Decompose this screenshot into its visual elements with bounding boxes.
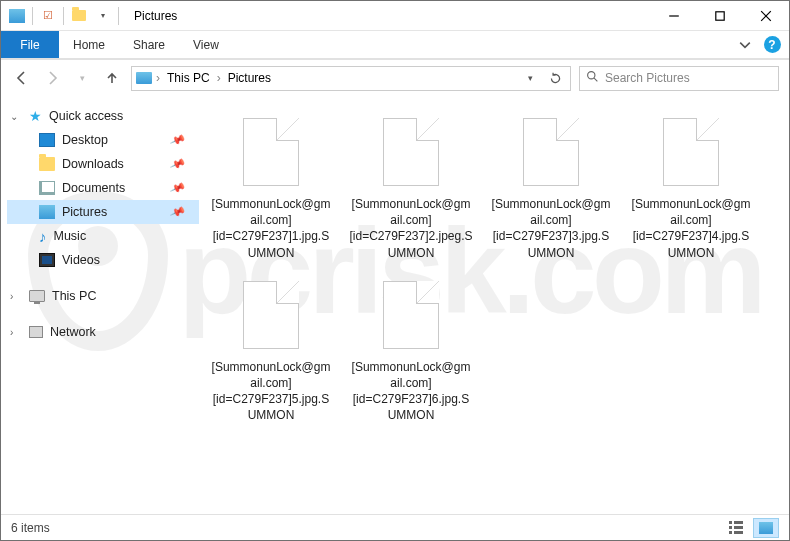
music-icon: ♪	[39, 228, 47, 245]
pin-icon: 📌	[169, 131, 187, 148]
file-item[interactable]: [SummonunLock@gmail.com][id=C279F237]4.j…	[625, 104, 757, 263]
search-icon	[586, 70, 599, 86]
tab-home[interactable]: Home	[59, 31, 119, 58]
file-thumbnail	[655, 112, 727, 192]
address-row: ▾ › This PC › Pictures ▾ Search Pictures	[1, 60, 789, 96]
view-details-button[interactable]	[723, 518, 749, 538]
nav-videos[interactable]: Videos	[7, 248, 199, 272]
file-item[interactable]: [SummonunLock@gmail.com][id=C279F237]2.j…	[345, 104, 477, 263]
pictures-icon	[39, 205, 55, 219]
nav-music[interactable]: ♪ Music	[7, 224, 199, 248]
file-item[interactable]: [SummonunLock@gmail.com][id=C279F237]1.j…	[205, 104, 337, 263]
close-button[interactable]	[743, 1, 789, 30]
pin-icon: 📌	[169, 155, 187, 172]
refresh-button[interactable]	[544, 67, 566, 89]
view-large-icons-button[interactable]	[753, 518, 779, 538]
titlebar: ☑ ▾ Pictures	[1, 1, 789, 31]
crumb-pictures[interactable]: Pictures	[225, 71, 274, 85]
search-placeholder: Search Pictures	[605, 71, 690, 85]
qa-new-folder-icon[interactable]	[68, 5, 90, 27]
tab-view[interactable]: View	[179, 31, 233, 58]
pin-icon: 📌	[169, 203, 187, 220]
file-item[interactable]: [SummonunLock@gmail.com][id=C279F237]6.j…	[345, 267, 477, 426]
chevron-right-icon[interactable]: ›	[155, 71, 161, 85]
file-item[interactable]: [SummonunLock@gmail.com][id=C279F237]5.j…	[205, 267, 337, 426]
details-icon	[729, 521, 743, 534]
status-bar: 6 items	[1, 514, 789, 540]
nav-label: Documents	[62, 181, 125, 195]
forward-button[interactable]	[41, 67, 63, 89]
desktop-icon	[39, 133, 55, 147]
pin-icon: 📌	[169, 179, 187, 196]
nav-label: Music	[54, 229, 87, 243]
large-icons-icon	[759, 522, 773, 534]
ribbon-expand-icon[interactable]	[731, 31, 759, 58]
maximize-button[interactable]	[697, 1, 743, 30]
file-thumbnail	[235, 112, 307, 192]
app-icon[interactable]	[6, 5, 28, 27]
file-name: [SummonunLock@gmail.com][id=C279F237]4.j…	[627, 196, 755, 261]
qa-properties-icon[interactable]: ☑	[37, 5, 59, 27]
help-button[interactable]: ?	[759, 31, 785, 58]
nav-label: This PC	[52, 289, 96, 303]
help-icon: ?	[764, 36, 781, 53]
nav-label: Quick access	[49, 109, 123, 123]
nav-label: Pictures	[62, 205, 107, 219]
chevron-right-icon[interactable]: ›	[10, 291, 13, 302]
file-thumbnail	[235, 275, 307, 355]
nav-this-pc[interactable]: › This PC	[7, 284, 199, 308]
window-controls	[651, 1, 789, 30]
recent-locations-button[interactable]: ▾	[71, 67, 93, 89]
back-button[interactable]	[11, 67, 33, 89]
file-grid: [SummonunLock@gmail.com][id=C279F237]1.j…	[205, 104, 783, 426]
file-thumbnail	[375, 112, 447, 192]
file-name: [SummonunLock@gmail.com][id=C279F237]2.j…	[347, 196, 475, 261]
address-bar[interactable]: › This PC › Pictures ▾	[131, 66, 571, 91]
chevron-down-icon[interactable]: ⌄	[10, 111, 18, 122]
nav-label: Desktop	[62, 133, 108, 147]
tab-share[interactable]: Share	[119, 31, 179, 58]
file-name: [SummonunLock@gmail.com][id=C279F237]3.j…	[487, 196, 615, 261]
chevron-right-icon[interactable]: ›	[216, 71, 222, 85]
minimize-button[interactable]	[651, 1, 697, 30]
star-icon: ★	[29, 108, 42, 124]
file-name: [SummonunLock@gmail.com][id=C279F237]1.j…	[207, 196, 335, 261]
nav-network[interactable]: › Network	[7, 320, 199, 344]
nav-quick-access[interactable]: ⌄ ★ Quick access	[7, 104, 199, 128]
file-thumbnail	[515, 112, 587, 192]
pc-icon	[29, 290, 45, 302]
file-item[interactable]: [SummonunLock@gmail.com][id=C279F237]3.j…	[485, 104, 617, 263]
window-title: Pictures	[134, 9, 177, 23]
nav-label: Network	[50, 325, 96, 339]
explorer-window: pcrisk.com ☑ ▾ Pictures File Home Share …	[0, 0, 790, 541]
navigation-pane: ⌄ ★ Quick access Desktop 📌 Downloads 📌 D…	[1, 96, 199, 514]
up-button[interactable]	[101, 67, 123, 89]
chevron-right-icon[interactable]: ›	[10, 327, 13, 338]
svg-rect-1	[716, 11, 724, 19]
nav-documents[interactable]: Documents 📌	[7, 176, 199, 200]
status-item-count: 6 items	[11, 521, 50, 535]
svg-line-5	[594, 78, 597, 81]
file-name: [SummonunLock@gmail.com][id=C279F237]6.j…	[347, 359, 475, 424]
network-icon	[29, 326, 43, 338]
address-dropdown-button[interactable]: ▾	[519, 67, 541, 89]
qa-customize-icon[interactable]: ▾	[92, 5, 114, 27]
ribbon: File Home Share View ?	[1, 31, 789, 58]
file-name: [SummonunLock@gmail.com][id=C279F237]5.j…	[207, 359, 335, 424]
svg-point-4	[588, 72, 595, 79]
nav-desktop[interactable]: Desktop 📌	[7, 128, 199, 152]
quick-access-toolbar: ☑ ▾	[1, 5, 126, 27]
downloads-icon	[39, 157, 55, 171]
crumb-this-pc[interactable]: This PC	[164, 71, 213, 85]
nav-pictures[interactable]: Pictures 📌	[7, 200, 199, 224]
search-input[interactable]: Search Pictures	[579, 66, 779, 91]
location-pictures-icon	[136, 72, 152, 84]
file-content-pane[interactable]: [SummonunLock@gmail.com][id=C279F237]1.j…	[199, 96, 789, 514]
nav-label: Videos	[62, 253, 100, 267]
videos-icon	[39, 253, 55, 267]
nav-label: Downloads	[62, 157, 124, 171]
nav-downloads[interactable]: Downloads 📌	[7, 152, 199, 176]
documents-icon	[39, 181, 55, 195]
file-thumbnail	[375, 275, 447, 355]
file-tab[interactable]: File	[1, 31, 59, 58]
